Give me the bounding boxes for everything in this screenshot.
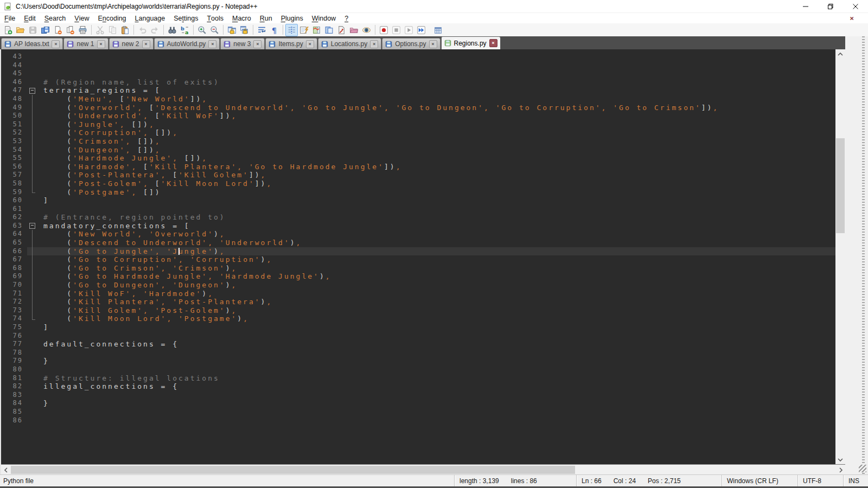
fold-margin[interactable] [27,154,37,163]
fold-margin[interactable] [27,391,37,400]
tab-close-icon[interactable]: × [52,40,60,48]
code-line[interactable]: 58 ('Post-Golem', ['Kill Moon Lord']), [1,179,835,188]
fold-margin[interactable] [27,163,37,171]
file-browser-button[interactable] [335,24,348,36]
show-indent-guide-button[interactable] [285,24,298,36]
tab-close-icon[interactable]: × [208,40,216,48]
fold-margin[interactable] [27,104,37,112]
fold-margin[interactable] [27,230,37,239]
scroll-down-icon[interactable] [835,455,845,464]
code-line[interactable]: 76 [1,332,835,341]
code-line[interactable]: 72 ('Kill Plantera', 'Post-Plantera'), [1,298,835,306]
menu-item-run[interactable]: Run [256,13,277,23]
copy-button[interactable] [106,24,119,36]
fold-margin[interactable] [27,196,37,205]
status-encoding[interactable]: UTF-8 [797,475,843,486]
code-line[interactable]: 86 [1,416,835,425]
code-line[interactable]: 70 ('Go to Dungeon', 'Dungeon'), [1,281,835,290]
tab-autoworld-py[interactable]: AutoWorld.py× [154,38,220,49]
fold-margin[interactable] [27,78,37,87]
code-line[interactable]: 60] [1,196,835,205]
fold-margin[interactable] [27,323,37,332]
code-line[interactable]: 81# Structure: illegal locations [1,374,835,383]
fold-margin[interactable] [27,281,37,290]
fold-margin[interactable] [27,306,37,315]
fold-margin[interactable] [27,120,37,129]
scroll-up-icon[interactable] [835,49,845,59]
tab-locations-py[interactable]: Locations.py× [318,38,381,49]
code-line[interactable]: 45 [1,69,835,78]
resize-grip[interactable] [859,465,866,472]
code-line[interactable]: 69 ('Go to Hardmode Jungle', 'Hardmode J… [1,272,835,281]
fold-margin[interactable] [27,332,37,341]
fold-margin[interactable] [27,112,37,120]
code-line[interactable]: 71 ('Kill WoF', 'Hardmode'), [1,290,835,298]
code-line[interactable]: 75] [1,323,835,332]
macro-playback-button[interactable] [403,24,415,36]
fold-margin[interactable] [27,61,37,70]
code-line[interactable]: 56 ('Hardmode', ['Kill Plantera', 'Go to… [1,163,835,171]
macro-run-multiple-button[interactable] [415,24,427,36]
fold-collapse-icon[interactable] [29,88,35,94]
fold-margin[interactable] [27,272,37,281]
code-line[interactable]: 52 ('Corruption', []), [1,129,835,137]
print-button[interactable] [76,24,89,36]
scroll-right-icon[interactable] [836,465,845,474]
fold-margin[interactable] [27,264,37,273]
code-line[interactable]: 83 [1,391,835,400]
fold-margin[interactable] [27,171,37,179]
close-all-files-button[interactable] [64,24,76,36]
menu-item-encoding[interactable]: Encoding [93,13,130,23]
fold-margin[interactable] [27,137,37,146]
minimize-icon[interactable] [793,0,818,12]
code-line[interactable]: 66 ('Go to Jungle', 'Jungle'), [1,247,835,256]
code-line[interactable]: 54 ('Dungeon', []), [1,146,835,155]
fold-margin[interactable] [27,205,37,214]
menu-item-settings[interactable]: Settings [169,13,202,23]
fold-collapse-icon[interactable] [29,223,35,229]
menu-item-window[interactable]: Window [308,13,340,23]
fold-margin[interactable] [27,86,37,95]
code-line[interactable]: 59 ('Postgame', []) [1,188,835,197]
menu-item-plugins[interactable]: Plugins [277,13,308,23]
tab-close-icon[interactable]: × [306,40,314,48]
menu-close-document-icon[interactable]: × [850,14,854,22]
status-eol-format[interactable]: Windows (CR LF) [722,475,797,486]
fold-margin[interactable] [27,188,37,197]
tab-close-icon[interactable]: × [370,40,378,48]
code-line[interactable]: 68 ('Go to Crimson', 'Crimson'), [1,264,835,273]
code-line[interactable]: 51 ('Jungle', []), [1,120,835,129]
document-map-button[interactable] [310,24,323,36]
restore-icon[interactable] [818,0,843,12]
fold-margin[interactable] [27,213,37,222]
code-line[interactable]: 50 ('Underworld', ['Kill WoF']), [1,112,835,120]
code-line[interactable]: 57 ('Post-Plantera', ['Kill Golem']), [1,171,835,179]
function-list-button[interactable] [298,24,310,36]
tab-ap-ideas-txt[interactable]: AP Ideas.txt× [1,38,63,49]
code-line[interactable]: 80 [1,365,835,374]
fold-margin[interactable] [27,357,37,365]
code-line[interactable]: 44 [1,61,835,70]
menu-item-edit[interactable]: Edit [20,13,40,23]
code-area[interactable]: 43444546# (Region name, list of exits)47… [1,49,835,464]
fold-margin[interactable] [27,416,37,425]
fold-margin[interactable] [27,129,37,137]
code-line[interactable]: 62# (Entrance, region pointed to) [1,213,835,222]
menu-item-view[interactable]: View [70,13,93,23]
code-line[interactable]: 85 [1,408,835,416]
tab-close-icon[interactable]: × [142,40,150,48]
save-button[interactable] [27,24,39,36]
fold-margin[interactable] [27,247,37,256]
close-icon[interactable] [843,0,868,12]
tab-new-1[interactable]: new 1× [63,38,108,49]
horizontal-scroll-thumb[interactable] [11,466,575,474]
fold-margin[interactable] [27,290,37,298]
find-button[interactable] [166,24,178,36]
code-line[interactable]: 84} [1,399,835,408]
fold-margin[interactable] [27,146,37,155]
new-file-button[interactable] [2,24,14,36]
tab-new-3[interactable]: new 3× [220,38,265,49]
fold-margin[interactable] [27,222,37,230]
code-line[interactable]: 49 ('Overworld', ['Descend to Underworld… [1,104,835,112]
status-typing-mode[interactable]: INS [843,475,868,486]
